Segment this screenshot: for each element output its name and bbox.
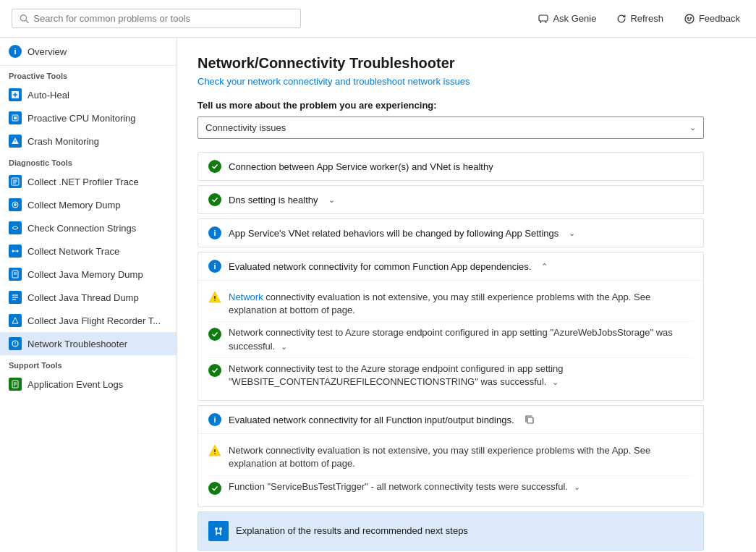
info-icon: i	[208, 226, 221, 239]
connection-strings-icon	[9, 221, 22, 234]
svg-point-42	[219, 527, 222, 530]
java-memory-dump-icon	[9, 268, 22, 281]
overview-icon: i	[9, 45, 22, 58]
sidebar-item-network-troubleshooter[interactable]: Network Troubleshooter	[0, 332, 177, 355]
success-text-2: Network connectivity test to the Azure s…	[229, 362, 693, 388]
success-icon	[208, 328, 221, 341]
refresh-label: Refresh	[630, 13, 663, 24]
result-function-dependencies-body: Network connectivity evaluation is not e…	[198, 280, 703, 400]
memory-dump-icon	[9, 198, 22, 211]
svg-rect-2	[539, 15, 548, 21]
network-troubleshooter-icon	[9, 337, 22, 350]
sidebar-item-connection-strings[interactable]: Check Connection Strings	[0, 216, 177, 239]
proactive-tools-section-label: Proactive Tools	[0, 66, 177, 83]
result-dns-health-header[interactable]: Dns setting is healthy ⌄	[198, 186, 703, 213]
svg-rect-12	[14, 116, 17, 119]
crash-monitoring-label: Crash Monitoring	[27, 136, 99, 147]
sidebar-item-java-memory-dump[interactable]: Collect Java Memory Dump	[0, 263, 177, 286]
dropdown-value: Connectivity issues	[205, 122, 286, 133]
diagnostic-tools-section-label: Diagnostic Tools	[0, 153, 177, 170]
connection-strings-label: Check Connection Strings	[27, 223, 136, 234]
chevron-down-icon: ⌄	[689, 123, 696, 132]
dns-health-text: Dns setting is healthy	[229, 195, 318, 205]
explanation-text: Explanation of the results and recommend…	[236, 525, 468, 536]
problem-dropdown[interactable]: Connectivity issues ⌄	[198, 116, 704, 139]
result-function-bindings-header[interactable]: i Evaluated network connectivity for all…	[198, 406, 703, 433]
explanation-icon	[208, 521, 229, 541]
copy-icon	[524, 415, 535, 425]
sidebar-item-java-flight-recorder[interactable]: Collect Java Flight Recorder T...	[0, 309, 177, 332]
problem-label: Tell us more about the problem you are e…	[198, 100, 736, 111]
ask-genie-label: Ask Genie	[553, 13, 596, 24]
sidebar-item-auto-heal[interactable]: Auto-Heal	[0, 83, 177, 106]
result-function-dependencies: i Evaluated network connectivity for com…	[198, 252, 704, 401]
result-function-dependencies-header[interactable]: i Evaluated network connectivity for com…	[198, 252, 703, 280]
sidebar-item-network-trace[interactable]: Collect Network Trace	[0, 239, 177, 263]
refresh-icon	[616, 14, 627, 24]
svg-point-19	[14, 203, 17, 206]
page-title: Network/Connectivity Troubleshooter	[198, 55, 736, 72]
crash-monitoring-icon	[9, 135, 22, 148]
net-profiler-icon	[9, 175, 22, 188]
genie-icon	[538, 13, 549, 25]
top-bar: Ask Genie Refresh Feedback	[0, 0, 756, 38]
warning-text-2: Network connectivity evaluation is not e…	[229, 444, 693, 470]
search-box[interactable]	[12, 9, 301, 28]
java-thread-dump-label: Collect Java Thread Dump	[27, 292, 139, 303]
svg-point-31	[14, 344, 15, 345]
result-function-bindings-body: Network connectivity evaluation is not e…	[198, 433, 703, 506]
svg-point-7	[690, 17, 691, 18]
success-icon	[208, 193, 221, 206]
result-vnet-behaviors: i App Service's VNet related behaviors w…	[198, 218, 704, 247]
svg-point-37	[214, 300, 216, 301]
warning-text-1: Network connectivity evaluation is not e…	[229, 291, 693, 317]
vnet-behaviors-text: App Service's VNet related behaviors wil…	[229, 228, 558, 239]
proactive-cpu-label: Proactive CPU Monitoring	[27, 113, 136, 124]
sidebar-item-app-event-logs[interactable]: Application Event Logs	[0, 373, 177, 396]
svg-rect-38	[527, 417, 533, 423]
app-event-logs-icon	[9, 378, 22, 391]
search-input[interactable]	[33, 13, 293, 24]
feedback-button[interactable]: Feedback	[679, 10, 744, 27]
java-thread-dump-icon	[9, 291, 22, 304]
sidebar-item-proactive-cpu[interactable]: Proactive CPU Monitoring	[0, 106, 177, 129]
result-function-bindings: i Evaluated network connectivity for all…	[198, 405, 704, 506]
search-icon	[20, 14, 29, 24]
svg-point-21	[17, 250, 19, 252]
sub-item-warning-1: Network connectivity evaluation is not e…	[208, 286, 693, 321]
result-vnet-health-header[interactable]: Connection between App Service worker(s)…	[198, 153, 703, 180]
explanation-bar[interactable]: Explanation of the results and recommend…	[198, 511, 704, 551]
sidebar: i Overview Proactive Tools Auto-Heal Pro…	[0, 38, 177, 552]
memory-dump-label: Collect Memory Dump	[27, 200, 121, 211]
success-icon	[208, 364, 221, 377]
svg-point-6	[687, 17, 688, 18]
success-text-3: Function "ServiceBusTestTrigger" - all n…	[229, 480, 580, 493]
net-profiler-label: Collect .NET Profiler Trace	[27, 177, 139, 187]
auto-heal-icon	[9, 88, 22, 101]
ask-genie-button[interactable]: Ask Genie	[533, 10, 600, 27]
sub-item-success-3: Function "ServiceBusTestTrigger" - all n…	[208, 475, 693, 499]
refresh-button[interactable]: Refresh	[612, 10, 668, 27]
java-flight-recorder-icon	[9, 314, 22, 327]
proactive-cpu-icon	[9, 111, 22, 124]
support-tools-section-label: Support Tools	[0, 355, 177, 373]
java-memory-dump-label: Collect Java Memory Dump	[27, 269, 143, 280]
feedback-label: Feedback	[699, 13, 740, 24]
chevron-down-icon: ⌄	[328, 195, 335, 205]
success-icon	[208, 160, 221, 173]
success-text-1: Network connectivity test to Azure stora…	[229, 326, 693, 352]
sidebar-item-java-thread-dump[interactable]: Collect Java Thread Dump	[0, 286, 177, 309]
sidebar-item-crash-monitoring[interactable]: Crash Monitoring	[0, 129, 177, 153]
info-icon: i	[208, 413, 221, 426]
sidebar-item-overview[interactable]: i Overview	[0, 38, 177, 66]
sidebar-item-memory-dump[interactable]: Collect Memory Dump	[0, 193, 177, 216]
warning-icon	[208, 444, 221, 457]
svg-point-20	[12, 250, 14, 252]
warning-icon	[208, 291, 221, 304]
sidebar-item-net-profiler[interactable]: Collect .NET Profiler Trace	[0, 170, 177, 193]
content-area: Network/Connectivity Troubleshooter Chec…	[177, 38, 756, 552]
network-troubleshooter-label: Network Troubleshooter	[27, 339, 127, 349]
sub-item-success-1: Network connectivity test to Azure stora…	[208, 321, 693, 357]
result-vnet-behaviors-header[interactable]: i App Service's VNet related behaviors w…	[198, 219, 703, 247]
main-layout: i Overview Proactive Tools Auto-Heal Pro…	[0, 38, 756, 552]
